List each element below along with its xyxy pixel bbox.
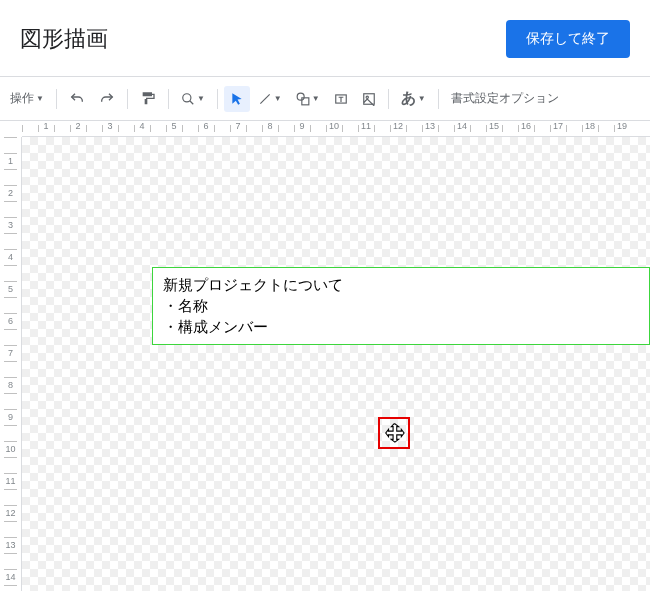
input-method-button[interactable]: あ ▼ (395, 83, 432, 114)
cursor-icon (230, 92, 244, 106)
actions-menu-button[interactable]: 操作▼ (4, 84, 50, 113)
save-and-close-button[interactable]: 保存して終了 (506, 20, 630, 58)
select-tool-button[interactable] (224, 86, 250, 112)
separator (56, 89, 57, 109)
separator (127, 89, 128, 109)
paint-roller-icon (140, 91, 156, 107)
drawing-canvas[interactable]: 新規プロジェクトについて ・名称 ・構成メンバー (22, 137, 650, 591)
vertical-ruler: 1234567891011121314 (0, 137, 22, 591)
svg-point-5 (366, 96, 368, 98)
shape-icon (296, 92, 310, 106)
textbox-icon (334, 92, 348, 106)
chevron-down-icon: ▼ (274, 94, 282, 103)
dialog-header: 図形描画 保存して終了 (0, 0, 650, 76)
separator (168, 89, 169, 109)
separator (388, 89, 389, 109)
zoom-icon (181, 92, 195, 106)
image-icon (362, 92, 376, 106)
redo-button[interactable] (93, 85, 121, 113)
chevron-down-icon: ▼ (197, 94, 205, 103)
dialog-title: 図形描画 (20, 24, 108, 54)
workarea: 1234567891011121314 新規プロジェクトについて ・名称 ・構成… (0, 137, 650, 591)
highlight-annotation (378, 417, 410, 449)
chevron-down-icon: ▼ (36, 94, 44, 103)
textbox-shape[interactable]: 新規プロジェクトについて ・名称 ・構成メンバー (152, 267, 650, 345)
textbox-line: 新規プロジェクトについて (163, 274, 639, 295)
textbox-line: ・名称 (163, 295, 639, 316)
textbox-line: ・構成メンバー (163, 316, 639, 337)
zoom-button[interactable]: ▼ (175, 86, 211, 112)
svg-point-0 (183, 93, 191, 101)
image-tool-button[interactable] (356, 86, 382, 112)
shape-tool-button[interactable]: ▼ (290, 86, 326, 112)
move-cursor-icon (383, 422, 405, 444)
toolbar: 操作▼ ▼ ▼ ▼ あ ▼ 書式設定オプション (0, 77, 650, 120)
line-tool-button[interactable]: ▼ (252, 86, 288, 112)
undo-button[interactable] (63, 85, 91, 113)
separator (217, 89, 218, 109)
chevron-down-icon: ▼ (418, 94, 426, 103)
separator (438, 89, 439, 109)
paint-format-button[interactable] (134, 85, 162, 113)
format-options-button[interactable]: 書式設定オプション (445, 90, 559, 107)
horizontal-ruler: 12345678910111213141516171819 (22, 121, 650, 137)
textbox-tool-button[interactable] (328, 86, 354, 112)
chevron-down-icon: ▼ (312, 94, 320, 103)
svg-point-1 (297, 93, 304, 100)
undo-icon (69, 91, 85, 107)
redo-icon (99, 91, 115, 107)
svg-rect-4 (363, 93, 374, 104)
line-icon (258, 92, 272, 106)
